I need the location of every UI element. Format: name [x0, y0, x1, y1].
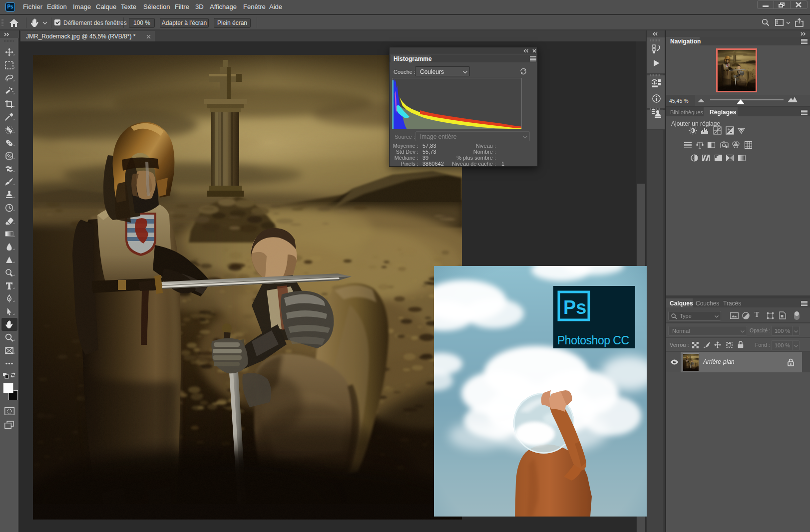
svg-text:Ps: Ps: [563, 297, 586, 318]
svg-text:Photoshop CC: Photoshop CC: [557, 334, 629, 347]
